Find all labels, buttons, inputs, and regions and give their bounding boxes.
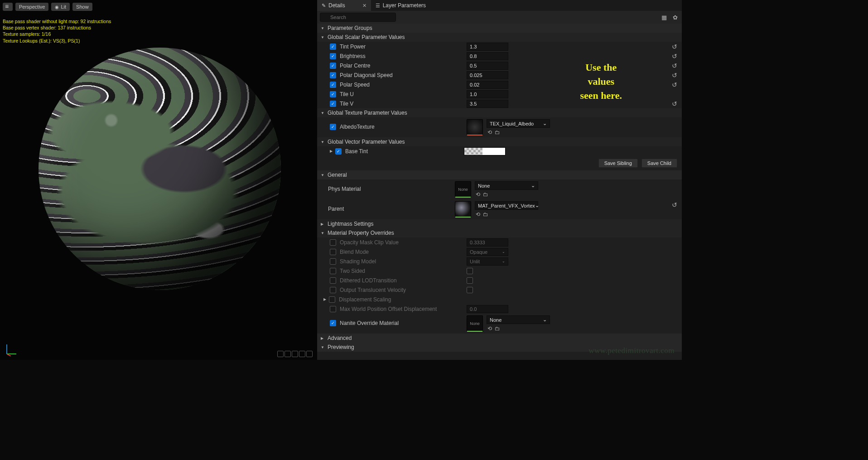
section-global-vector[interactable]: Global Vector Parameter Values — [317, 137, 682, 146]
settings-button[interactable]: ✿ — [671, 13, 679, 21]
param-albedo-texture: AlbedoTexture TEX_Liquid_Albedo⌄ ⟲🗀 — [317, 117, 682, 137]
param-polar-speed: Polar Speed — [317, 80, 682, 89]
param-brightness: Brightness — [317, 51, 682, 61]
param-nanite-override: Nanite Override Material None None⌄ ⟲🗀 — [317, 314, 682, 334]
checkbox-shading[interactable] — [330, 258, 336, 265]
checkbox-opacity[interactable] — [330, 239, 336, 246]
param-blend-mode: Blend Mode Opaque⌄ — [317, 247, 682, 257]
viewport-menu-button[interactable] — [3, 3, 13, 11]
checkbox-tile-u[interactable] — [330, 91, 336, 97]
checkbox-base-tint[interactable] — [335, 148, 342, 155]
parent-thumbnail[interactable] — [455, 201, 471, 218]
input-polar-centre[interactable] — [467, 62, 508, 70]
reset-polar-centre[interactable] — [671, 62, 678, 69]
grid-view-button[interactable]: ▦ — [660, 13, 668, 21]
folder-icon[interactable]: 🗀 — [495, 325, 500, 332]
folder-icon[interactable]: 🗀 — [495, 129, 500, 136]
section-general[interactable]: General — [317, 170, 682, 179]
input-tile-v[interactable] — [467, 100, 508, 108]
folder-icon[interactable]: 🗀 — [483, 211, 488, 218]
section-global-texture[interactable]: Global Texture Parameter Values — [317, 108, 682, 117]
checkbox-blend[interactable] — [330, 249, 336, 255]
section-advanced[interactable]: Advanced — [317, 334, 682, 343]
input-opacity — [467, 238, 508, 247]
checkbox-polar-speed[interactable] — [330, 82, 336, 88]
section-parameter-groups[interactable]: Parameter Groups — [317, 24, 682, 33]
param-max-world-offset: Max World Position Offset Displacement — [317, 304, 682, 314]
two-sided-checkbox — [467, 268, 473, 274]
tab-layer-parameters[interactable]: ☰ Layer Parameters — [371, 0, 430, 11]
browse-icon[interactable]: ⟲ — [487, 325, 492, 332]
input-tile-u[interactable] — [467, 90, 508, 98]
section-lightmass[interactable]: Lightmass Settings — [317, 219, 682, 228]
show-button[interactable]: Show — [72, 3, 92, 11]
tab-details[interactable]: ✎ Details ✕ — [317, 0, 371, 11]
save-sibling-button[interactable]: Save Sibling — [598, 159, 638, 168]
nanite-thumbnail[interactable]: None — [467, 315, 483, 332]
reset-tile-v[interactable] — [671, 100, 678, 107]
save-child-button[interactable]: Save Child — [641, 159, 677, 168]
input-tint-power[interactable] — [467, 43, 508, 51]
browse-icon[interactable]: ⟲ — [487, 129, 492, 136]
albedo-asset-dropdown[interactable]: TEX_Liquid_Albedo⌄ — [487, 119, 550, 128]
reset-tint-power[interactable] — [671, 43, 678, 50]
perspective-button[interactable]: Perspective — [15, 3, 48, 11]
lit-label: Lit — [61, 4, 66, 10]
checkbox-brightness[interactable] — [330, 53, 336, 59]
search-input[interactable] — [320, 13, 396, 22]
lit-button[interactable]: Lit — [51, 3, 70, 11]
nanite-dropdown[interactable]: None⌄ — [487, 315, 550, 324]
input-brightness[interactable] — [467, 52, 508, 60]
checkbox-nanite[interactable] — [330, 320, 336, 326]
parent-dropdown[interactable]: MAT_Parent_VFX_Vortex⌄ — [475, 201, 538, 210]
checkbox-disp-toggle[interactable] — [329, 296, 335, 303]
shader-stats: Base pass shader without light map: 92 i… — [3, 18, 111, 44]
checkbox-polar-diag[interactable] — [330, 72, 336, 78]
checkbox-tint-power[interactable] — [330, 44, 336, 50]
browse-icon[interactable]: ⟲ — [476, 211, 480, 218]
close-icon[interactable]: ✕ — [362, 3, 366, 9]
dropdown-blend: Opaque⌄ — [467, 248, 508, 256]
param-displacement-scaling: Displacement Scaling — [317, 295, 682, 304]
param-dithered-lod: Dithered LODTransition — [317, 276, 682, 285]
section-material-overrides[interactable]: Material Property Overrides — [317, 228, 682, 237]
param-polar-centre: Polar Centre — [317, 61, 682, 70]
param-tint-power: Tint Power — [317, 42, 682, 51]
viewport-shape-buttons[interactable] — [277, 351, 313, 357]
preview-sphere[interactable] — [39, 48, 281, 290]
param-shading-model: Shading Model Unlit⌄ — [317, 257, 682, 266]
checkbox-tile-v[interactable] — [330, 101, 336, 107]
param-tile-u: Tile U — [317, 89, 682, 99]
checkbox-two-sided-toggle[interactable] — [330, 268, 336, 274]
section-global-scalar[interactable]: Global Scalar Parameter Values — [317, 33, 682, 42]
hamburger-icon — [5, 4, 10, 10]
param-parent: Parent MAT_Parent_VFX_Vortex⌄ ⟲🗀 — [317, 199, 682, 219]
reset-parent[interactable] — [671, 201, 678, 208]
dithered-checkbox — [467, 277, 473, 284]
otv-checkbox — [467, 287, 473, 293]
color-swatch-base-tint[interactable] — [464, 147, 506, 155]
param-output-translucent: Output Translucent Velocity — [317, 285, 682, 295]
param-tile-v: Tile V — [317, 99, 682, 108]
checkbox-dithered-toggle[interactable] — [330, 277, 336, 284]
checkbox-mwpo-toggle[interactable] — [330, 306, 336, 312]
phys-dropdown[interactable]: None⌄ — [475, 181, 538, 190]
param-polar-diagonal-speed: Polar Diagonal Speed — [317, 70, 682, 80]
checkbox-polar-centre[interactable] — [330, 63, 336, 69]
axis-gizmo — [5, 343, 18, 356]
folder-icon[interactable]: 🗀 — [483, 191, 488, 198]
layers-icon: ☰ — [376, 3, 380, 9]
reset-polar-speed[interactable] — [671, 81, 678, 88]
expand-displacement[interactable] — [323, 297, 328, 301]
phys-thumbnail[interactable]: None — [455, 181, 471, 198]
input-polar-speed[interactable] — [467, 81, 508, 89]
input-polar-diag[interactable] — [467, 71, 508, 79]
checkbox-albedo[interactable] — [330, 124, 336, 130]
reset-polar-diag[interactable] — [671, 72, 678, 79]
expand-base-tint[interactable] — [330, 149, 334, 153]
material-viewport[interactable]: Perspective Lit Show Base pass shader wi… — [0, 0, 317, 360]
browse-icon[interactable]: ⟲ — [476, 191, 480, 198]
reset-brightness[interactable] — [671, 53, 678, 60]
checkbox-otv-toggle[interactable] — [330, 287, 336, 293]
albedo-thumbnail[interactable] — [467, 119, 483, 136]
